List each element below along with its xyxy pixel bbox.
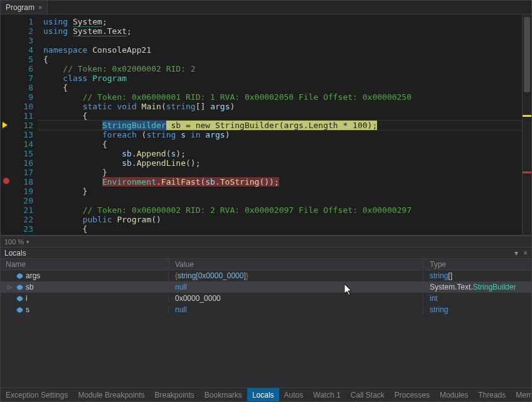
line-number: 1 <box>12 17 33 26</box>
locals-col-type[interactable]: Type <box>423 259 531 269</box>
code-line[interactable]: // Token: 0x06000001 RID: 1 RVA: 0x00002… <box>38 92 522 102</box>
code-line[interactable]: { <box>38 111 522 121</box>
code-line[interactable]: using System.Text; <box>38 26 522 36</box>
editor-tab-program[interactable]: Program × <box>1 1 48 14</box>
code-area[interactable]: using System;using System.Text;namespace… <box>38 14 522 235</box>
svg-marker-2 <box>16 295 22 301</box>
expander-icon[interactable]: ▷ <box>6 284 13 290</box>
line-number: 23 <box>12 224 33 234</box>
code-line[interactable] <box>38 36 522 45</box>
scrollbar-breakpoint-mark <box>523 171 531 173</box>
code-editor[interactable]: 1234567891011121314151617181920212223 us… <box>1 14 531 236</box>
line-number: 13 <box>12 130 33 139</box>
tool-tab-memory-1[interactable]: Memory 1 <box>511 388 531 401</box>
code-line[interactable]: class Program <box>38 73 522 83</box>
tool-window-tabs: Exception SettingsModule BreakpointsBrea… <box>1 388 531 401</box>
locals-cell-value: 0x0000_0000 <box>169 294 423 303</box>
locals-var-name: args <box>26 271 40 280</box>
line-number: 21 <box>12 205 33 215</box>
code-line[interactable]: // Token: 0x06000002 RID: 2 RVA: 0x00002… <box>38 205 522 215</box>
chevron-down-icon[interactable]: ▾ <box>26 239 29 245</box>
locals-cell-type: System.Text.StringBuilder <box>423 283 531 291</box>
code-line[interactable]: using System; <box>38 17 522 26</box>
code-line[interactable]: { <box>38 139 522 149</box>
code-line[interactable]: { <box>38 55 522 64</box>
locals-row[interactable]: snullstring <box>1 304 531 315</box>
variable-icon <box>16 295 23 302</box>
svg-marker-0 <box>16 273 22 278</box>
line-number: 19 <box>12 187 33 196</box>
locals-cell-value: null <box>169 283 423 291</box>
code-line[interactable]: // Token: 0x02000002 RID: 2 <box>38 64 522 73</box>
tool-tab-call-stack[interactable]: Call Stack <box>346 388 390 401</box>
line-number: 16 <box>12 158 33 168</box>
scrollbar-thumb[interactable] <box>524 17 530 92</box>
tool-tab-locals[interactable]: Locals <box>247 388 279 401</box>
current-statement-icon <box>3 121 10 129</box>
line-number: 10 <box>12 102 33 111</box>
zoom-label: 100 % <box>4 238 24 246</box>
locals-cell-value: null <box>169 305 423 314</box>
code-line[interactable] <box>38 196 522 205</box>
line-number: 18 <box>12 177 33 187</box>
close-icon[interactable]: × <box>523 249 528 258</box>
locals-var-name: s <box>26 305 29 314</box>
locals-row[interactable]: args{string[0x0000_0000]}string[] <box>1 270 531 281</box>
tool-tab-bookmarks[interactable]: Bookmarks <box>200 388 247 401</box>
locals-row[interactable]: i0x0000_0000int <box>1 293 531 304</box>
tool-tab-exception-settings[interactable]: Exception Settings <box>1 388 73 401</box>
code-line[interactable]: } <box>38 187 522 196</box>
breakpoint-icon[interactable] <box>3 178 9 184</box>
line-number: 4 <box>12 45 33 55</box>
tool-tab-threads[interactable]: Threads <box>473 388 511 401</box>
code-line[interactable]: Environment.FailFast(sb.ToString()); <box>38 177 522 187</box>
locals-col-value[interactable]: Value <box>169 259 423 269</box>
line-number: 11 <box>12 111 33 121</box>
tool-tab-modules[interactable]: Modules <box>435 388 473 401</box>
code-line[interactable]: namespace ConsoleApp21 <box>38 45 522 55</box>
editor-tab-bar: Program × <box>1 1 531 14</box>
line-number: 6 <box>12 64 33 73</box>
locals-var-name: i <box>26 294 28 303</box>
line-number: 17 <box>12 168 33 177</box>
line-number: 3 <box>12 36 33 45</box>
code-line[interactable]: { <box>38 224 522 234</box>
pin-icon[interactable]: ▾ <box>514 249 518 258</box>
line-number: 5 <box>12 55 33 64</box>
code-line[interactable]: } <box>38 168 522 177</box>
svg-marker-1 <box>16 284 22 290</box>
tool-tab-watch-1[interactable]: Watch 1 <box>308 388 346 401</box>
locals-cell-name: i <box>1 294 169 303</box>
line-number: 2 <box>12 26 33 36</box>
line-number: 20 <box>12 196 33 205</box>
code-line[interactable]: sb.AppendLine(); <box>38 158 522 168</box>
tool-tab-processes[interactable]: Processes <box>390 388 435 401</box>
line-number: 22 <box>12 215 33 224</box>
locals-cell-name: ▷sb <box>1 283 169 291</box>
editor-zoom-bar: 100 % ▾ <box>1 236 531 247</box>
tool-tab-breakpoints[interactable]: Breakpoints <box>149 388 199 401</box>
tool-tab-module-breakpoints[interactable]: Module Breakpoints <box>73 388 149 401</box>
code-line[interactable]: { <box>38 83 522 92</box>
locals-col-name[interactable]: Name <box>1 259 169 269</box>
locals-body: args{string[0x0000_0000]}string[]▷sbnull… <box>1 270 531 315</box>
line-number-gutter: 1234567891011121314151617181920212223 <box>12 14 38 235</box>
close-icon[interactable]: × <box>38 4 42 11</box>
code-line[interactable]: static void Main(string[] args) <box>38 102 522 111</box>
glyph-margin <box>1 14 12 235</box>
variable-icon <box>16 272 23 280</box>
tool-tab-autos[interactable]: Autos <box>279 388 309 401</box>
locals-title-bar[interactable]: Locals ▾ × <box>1 247 531 259</box>
locals-cell-type: string <box>423 305 531 314</box>
code-line[interactable]: StringBuilder sb = new StringBuilder(arg… <box>38 121 522 130</box>
locals-cell-type: int <box>423 294 531 303</box>
code-line[interactable]: foreach (string s in args) <box>38 130 522 139</box>
locals-row[interactable]: ▷sbnullSystem.Text.StringBuilder <box>1 281 531 293</box>
line-number: 7 <box>12 73 33 83</box>
variable-icon <box>16 306 23 313</box>
code-line[interactable]: public Program() <box>38 215 522 224</box>
line-number: 8 <box>12 83 33 92</box>
locals-cell-value: {string[0x0000_0000]} <box>169 271 423 280</box>
editor-scrollbar[interactable] <box>522 14 531 235</box>
code-line[interactable]: sb.Append(s); <box>38 149 522 158</box>
